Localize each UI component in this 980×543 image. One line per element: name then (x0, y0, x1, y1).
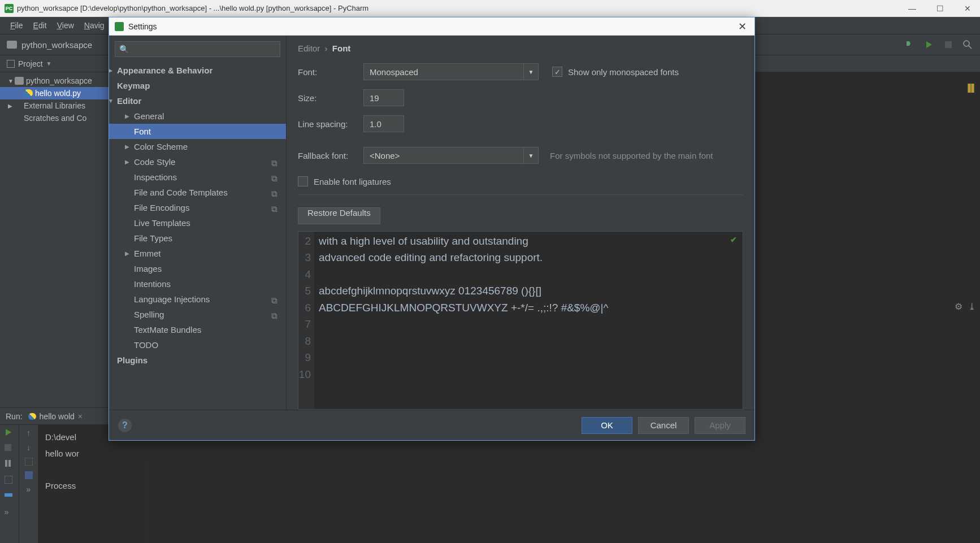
nav-project-name[interactable]: python_worksapce (21, 40, 92, 50)
scope-icon: ⧉ (271, 204, 279, 212)
chevron-down-icon[interactable]: ▼ (46, 60, 52, 67)
settings-tree[interactable]: ▶Appearance & Behavior Keymap ▼Editor ▶G… (109, 63, 286, 410)
build-icon[interactable] (904, 39, 916, 50)
cat-live-templates[interactable]: Live Templates (109, 215, 286, 231)
more-icon[interactable]: » (27, 485, 31, 494)
cat-intentions[interactable]: Intentions (109, 276, 286, 292)
cat-file-templates[interactable]: File and Code Templates⧉ (109, 185, 286, 200)
close-button[interactable]: ✕ (960, 4, 975, 13)
ok-button[interactable]: OK (582, 417, 632, 434)
svg-rect-5 (8, 460, 11, 467)
up-icon[interactable]: ↑ (27, 428, 31, 437)
monospace-checkbox[interactable]: ✓ (552, 67, 562, 77)
tree-root-label: python_worksapce (26, 76, 92, 85)
settings-search: 🔍 (115, 41, 280, 57)
close-icon[interactable]: ✕ (736, 20, 749, 33)
app-icon (115, 22, 124, 31)
run-icon[interactable] (923, 39, 935, 50)
cat-appearance[interactable]: ▶Appearance & Behavior (109, 63, 286, 78)
svg-rect-4 (5, 460, 7, 467)
preview-code: with a high level of usability and outst… (314, 232, 613, 409)
help-button[interactable]: ? (118, 419, 132, 432)
down-icon[interactable]: ↓ (27, 443, 31, 452)
stop-icon[interactable] (943, 39, 954, 50)
run-label: Run: (6, 412, 23, 421)
chevron-right-icon[interactable]: ▶ (8, 103, 15, 109)
stop-icon[interactable] (5, 444, 15, 454)
line-spacing-input[interactable] (363, 115, 404, 132)
scope-icon: ⧉ (271, 311, 279, 319)
cat-textmate[interactable]: TextMate Bundles (109, 322, 286, 337)
folder-icon (15, 77, 24, 85)
fallback-select[interactable]: <None> ▼ (363, 147, 539, 164)
folder-icon (7, 41, 17, 49)
settings-dialog: Settings ✕ 🔍 ▶Appearance & Behavior Keym… (109, 17, 755, 441)
svg-line-2 (969, 46, 972, 49)
menu-navigate[interactable]: Navig (80, 19, 109, 32)
svg-rect-10 (968, 84, 970, 93)
chevron-down-icon: ▼ (523, 64, 538, 80)
cat-keymap[interactable]: Keymap (109, 78, 286, 93)
minimize-button[interactable]: — (904, 4, 921, 13)
print-icon[interactable] (5, 492, 15, 502)
chevron-down-icon[interactable]: ▼ (8, 78, 15, 84)
svg-point-1 (964, 41, 969, 46)
tree-file-label: hello wold.py (35, 89, 81, 98)
cat-lang-inj[interactable]: Language Injections⧉ (109, 292, 286, 307)
layout-icon[interactable] (5, 476, 15, 486)
menu-edit[interactable]: Edit (29, 19, 51, 32)
run-toolbar-left: » (0, 425, 19, 543)
cat-spelling[interactable]: Spelling⧉ (109, 307, 286, 322)
search-icon[interactable] (962, 39, 973, 50)
rerun-icon[interactable] (5, 428, 15, 438)
cat-plugins[interactable]: Plugins (109, 353, 286, 368)
cat-editor[interactable]: ▼Editor (109, 93, 286, 108)
settings-titlebar: Settings ✕ (109, 18, 754, 36)
size-label: Size: (298, 93, 363, 103)
fallback-label: Fallback font: (298, 151, 363, 160)
cat-todo[interactable]: TODO (109, 337, 286, 353)
restore-defaults-button[interactable]: Restore Defaults (298, 207, 380, 224)
export-icon[interactable] (25, 471, 33, 479)
tree-ext-label: External Libraries (24, 101, 85, 110)
cat-font[interactable]: Font (109, 124, 286, 139)
ligatures-checkbox[interactable] (298, 176, 308, 186)
download-icon[interactable]: ⤓ (968, 301, 975, 312)
scope-icon: ⧉ (271, 189, 279, 197)
cat-file-types[interactable]: File Types (109, 231, 286, 246)
fallback-hint: For symbols not supported by the main fo… (550, 151, 713, 160)
run-tab-label[interactable]: hello wold (40, 412, 75, 421)
maximize-button[interactable]: ☐ (932, 4, 948, 13)
cat-images[interactable]: Images (109, 261, 286, 276)
cancel-button[interactable]: Cancel (638, 417, 689, 434)
cat-inspections[interactable]: Inspections⧉ (109, 170, 286, 185)
settings-search-input[interactable] (115, 41, 280, 57)
font-select[interactable]: Monospaced ▼ (363, 63, 539, 80)
check-icon: ✔ (730, 235, 737, 244)
gear-icon[interactable]: ⚙ (955, 301, 962, 312)
svg-rect-0 (945, 41, 952, 48)
project-icon (7, 60, 15, 68)
project-panel-label[interactable]: Project (18, 59, 43, 68)
run-output[interactable]: D:\devel hello wor Process (38, 425, 146, 543)
cat-code-style[interactable]: ▶Code Style⧉ (109, 154, 286, 170)
size-input[interactable] (363, 89, 404, 106)
preview-gutter: 2345678910 (298, 232, 314, 409)
pause-icon[interactable] (5, 460, 15, 470)
search-icon: 🔍 (119, 45, 129, 54)
close-tab-icon[interactable]: × (78, 412, 83, 421)
cat-emmet[interactable]: ▶Emmet (109, 246, 286, 261)
menu-file[interactable]: File (6, 19, 28, 32)
svg-rect-11 (972, 84, 974, 93)
menu-view[interactable]: View (53, 19, 79, 32)
apply-button[interactable]: Apply (695, 417, 745, 434)
cat-file-encodings[interactable]: File Encodings⧉ (109, 200, 286, 215)
cat-general[interactable]: ▶General (109, 108, 286, 124)
filter-icon[interactable] (25, 458, 33, 466)
cat-color-scheme[interactable]: ▶Color Scheme (109, 139, 286, 154)
font-preview[interactable]: 2345678910 with a high level of usabilit… (298, 231, 743, 410)
pause-indicator-icon (968, 84, 974, 93)
more-icon[interactable]: » (5, 507, 15, 518)
settings-content: Editor › Font Font: Monospaced ▼ ✓ Show … (287, 36, 754, 410)
window-titlebar: PC python_worksapce [D:\develop\python\p… (0, 0, 980, 17)
